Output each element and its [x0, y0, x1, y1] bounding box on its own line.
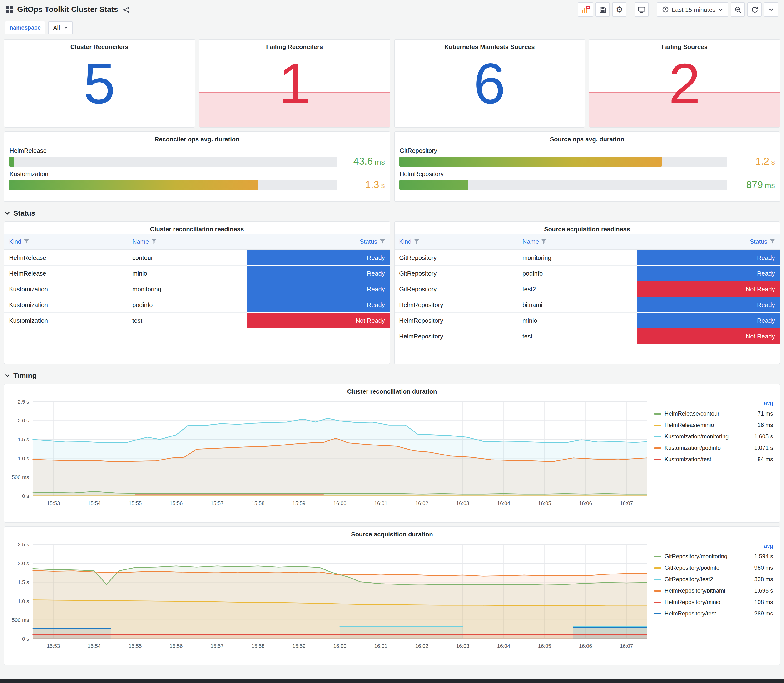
cycle-view-button[interactable] [635, 2, 649, 17]
column-header-name[interactable]: Name [128, 234, 247, 250]
filter-funnel-icon[interactable] [414, 239, 419, 244]
series-avg-value: 108 ms [754, 599, 773, 605]
panel-title[interactable]: Source acquisition readiness [394, 222, 780, 234]
table-row: HelmRepositorybitnamiReady [394, 297, 780, 313]
svg-text:16:01: 16:01 [374, 643, 387, 649]
gauges-row: Reconciler ops avg. duration HelmRelease… [0, 131, 784, 205]
gauge-fill [9, 180, 258, 190]
share-icon[interactable] [123, 6, 130, 13]
gauge-panel-reconciler-ops: Reconciler ops avg. duration HelmRelease… [4, 131, 390, 202]
table-row: GitRepositorytest2Not Ready [394, 281, 780, 297]
column-header-kind[interactable]: Kind [394, 234, 518, 250]
legend-item[interactable]: Kustomization/test84 ms [654, 454, 773, 465]
namespace-select[interactable]: All [48, 21, 73, 34]
stat-value: 2 [590, 40, 780, 127]
column-header-status[interactable]: Status [637, 234, 780, 250]
svg-text:15:57: 15:57 [210, 500, 223, 506]
plot-area[interactable]: 0 s500 ms1.0 s1.5 s2.0 s2.5 s15:5315:541… [6, 539, 653, 659]
legend-item[interactable]: HelmRelease/contour71 ms [654, 408, 773, 419]
legend-item[interactable]: HelmRelease/minio16 ms [654, 419, 773, 431]
legend-avg-header[interactable]: avg [654, 400, 773, 406]
series-name: HelmRelease/contour [665, 410, 720, 417]
panel-title[interactable]: Source acquisition duration [4, 527, 780, 539]
chart-row-reconciliation: Cluster reconciliation duration 0 s500 m… [0, 384, 784, 526]
series-color-dash [654, 579, 661, 580]
save-icon [599, 6, 606, 13]
legend-item[interactable]: GitRepository/podinfo980 ms [654, 562, 773, 574]
series-color-dash [654, 601, 661, 603]
table-row: GitRepositorypodinfoReady [394, 265, 780, 281]
add-panel-button[interactable] [578, 2, 593, 17]
column-header-name[interactable]: Name [518, 234, 637, 250]
legend-item[interactable]: HelmRepository/test289 ms [654, 608, 773, 619]
chart-legend: avgHelmRelease/contour71 msHelmRelease/m… [653, 396, 778, 516]
panel-title[interactable]: Cluster reconciliation readiness [4, 222, 390, 234]
chevron-down-icon [64, 26, 68, 29]
time-range-picker[interactable]: Last 15 minutes [657, 2, 728, 17]
gauge-track [399, 180, 727, 190]
name-cell: test [128, 313, 247, 328]
series-avg-value: 16 ms [758, 422, 773, 428]
gauge-row: HelmRelease 43.6ms [9, 147, 385, 167]
save-dashboard-button[interactable] [595, 2, 610, 17]
series-name: Kustomization/podinfo [665, 444, 721, 451]
gauge-label: GitRepository [399, 147, 775, 154]
dashboard-settings-button[interactable]: ⚙ [612, 2, 627, 17]
plot-area[interactable]: 0 s500 ms1.0 s1.5 s2.0 s2.5 s15:5315:541… [6, 396, 653, 516]
series-avg-value: 289 ms [754, 610, 773, 617]
section-header-timing[interactable]: Timing [0, 368, 784, 384]
svg-text:15:58: 15:58 [251, 643, 265, 649]
gauge-track [399, 156, 727, 166]
kind-cell: GitRepository [394, 250, 518, 265]
section-header-status[interactable]: Status [0, 205, 784, 221]
gauge-fill [9, 156, 14, 166]
legend-item[interactable]: GitRepository/test2338 ms [654, 574, 773, 585]
svg-text:2.0 s: 2.0 s [18, 418, 29, 423]
kind-cell: GitRepository [394, 265, 518, 281]
panel-title[interactable]: Reconciler ops avg. duration [9, 132, 385, 144]
name-cell: test [518, 328, 637, 344]
svg-text:15:58: 15:58 [251, 500, 265, 506]
filter-funnel-icon[interactable] [24, 239, 29, 244]
apps-grid-icon[interactable] [6, 6, 13, 13]
filter-funnel-icon[interactable] [151, 239, 156, 244]
legend-item[interactable]: GitRepository/monitoring1.594 s [654, 551, 773, 562]
filter-funnel-icon[interactable] [541, 239, 547, 244]
legend-item[interactable]: Kustomization/monitoring1.605 s [654, 431, 773, 442]
svg-text:500 ms: 500 ms [12, 617, 29, 623]
zoom-out-button[interactable] [731, 2, 745, 17]
chart-row-source-acquisition: Source acquisition duration 0 s500 ms1.0… [0, 526, 784, 669]
status-cell: Ready [637, 250, 780, 265]
variable-label-namespace: namespace [5, 21, 45, 34]
stat-panel-cluster-reconcilers: Cluster Reconcilers 5 [4, 39, 195, 128]
chart-legend: avgGitRepository/monitoring1.594 sGitRep… [653, 539, 778, 659]
svg-text:2.0 s: 2.0 s [18, 560, 29, 566]
name-cell: monitoring [128, 281, 247, 297]
timeseries-panel-source-acquisition: Source acquisition duration 0 s500 ms1.0… [4, 526, 780, 665]
stat-panel-failing-reconcilers: Failing Reconcilers 1 [199, 39, 390, 128]
series-color-dash [654, 447, 661, 449]
panel-title[interactable]: Cluster reconciliation duration [4, 384, 780, 396]
clock-icon [662, 6, 669, 13]
legend-avg-header[interactable]: avg [654, 543, 773, 549]
name-cell: test2 [518, 281, 637, 297]
refresh-button[interactable] [747, 2, 762, 17]
gauge-track [9, 156, 337, 166]
filter-funnel-icon[interactable] [770, 239, 775, 244]
legend-item[interactable]: HelmRepository/bitnami1.695 s [654, 585, 773, 596]
column-header-status[interactable]: Status [247, 234, 390, 250]
gauge-value: 1.2s [727, 156, 775, 167]
gauge-label: Kustomization [10, 170, 385, 178]
add-panel-icon [581, 6, 590, 13]
legend-item[interactable]: HelmRepository/minio108 ms [654, 596, 773, 608]
filter-funnel-icon[interactable] [380, 239, 385, 244]
series-avg-value: 71 ms [758, 410, 773, 417]
series-name: Kustomization/monitoring [665, 433, 728, 440]
table-header-row: Kind Name Status [4, 234, 390, 250]
chevron-down-icon [718, 8, 723, 11]
name-cell: monitoring [518, 250, 637, 265]
legend-item[interactable]: Kustomization/podinfo1.071 s [654, 442, 773, 454]
panel-title[interactable]: Source ops avg. duration [399, 132, 775, 144]
refresh-interval-dropdown[interactable] [764, 2, 778, 17]
column-header-kind[interactable]: Kind [4, 234, 128, 250]
